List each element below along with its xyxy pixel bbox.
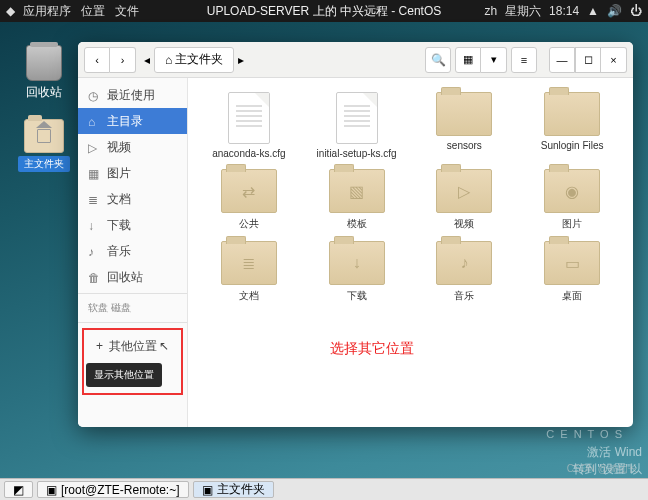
folder-item[interactable]: ▷视频 xyxy=(414,169,516,231)
close-button[interactable]: × xyxy=(601,47,627,73)
day-label: 星期六 xyxy=(505,3,541,20)
doc-icon: ≣ xyxy=(88,193,101,206)
home-icon: ⌂ xyxy=(165,53,172,67)
item-label: 视频 xyxy=(454,217,474,231)
activities-icon[interactable]: ◆ xyxy=(6,4,15,18)
trash-label: 回收站 xyxy=(26,84,62,101)
folder-icon xyxy=(436,92,492,136)
time-label: 18:14 xyxy=(549,4,579,18)
path-sep: ▸ xyxy=(238,53,244,67)
folder-icon: ▣ xyxy=(202,483,213,497)
cursor-icon: ↖ xyxy=(159,339,169,353)
item-label: 音乐 xyxy=(454,289,474,303)
taskbar: ◩ ▣ [root@ZTE-Remote:~] ▣ 主文件夹 xyxy=(0,478,648,500)
folder-item[interactable]: ▭桌面 xyxy=(521,241,623,303)
folder-icon: ≣ xyxy=(221,241,277,285)
volume-icon[interactable]: 🔊 xyxy=(607,4,622,18)
sidebar-item-download[interactable]: ↓下载 xyxy=(78,212,187,238)
folder-item[interactable]: ⇄公共 xyxy=(198,169,300,231)
folder-item[interactable]: ≣文档 xyxy=(198,241,300,303)
power-icon[interactable]: ⏻ xyxy=(630,4,642,18)
item-label: Sunlogin Files xyxy=(541,140,604,151)
folder-icon xyxy=(24,119,64,153)
trash-desktop-icon[interactable]: 回收站 xyxy=(26,45,62,101)
path-sep: ◂ xyxy=(144,53,150,67)
sidebar-disk-header: 软盘 磁盘 xyxy=(78,297,187,319)
folder-item[interactable]: Sunlogin Files xyxy=(521,92,623,159)
sidebar-item-doc[interactable]: ≣文档 xyxy=(78,186,187,212)
back-button[interactable]: ‹ xyxy=(84,47,110,73)
home-icon: ⌂ xyxy=(88,115,101,128)
sidebar: ◷最近使用⌂主目录▷视频▦图片≣文档↓下载♪音乐🗑回收站 软盘 磁盘 + 其他位… xyxy=(78,78,188,427)
menu-places[interactable]: 位置 xyxy=(81,3,105,20)
sidebar-item-home[interactable]: ⌂主目录 xyxy=(78,108,187,134)
menu-button[interactable]: ≡ xyxy=(511,47,537,73)
sidebar-item-image[interactable]: ▦图片 xyxy=(78,160,187,186)
annotation-text: 选择其它位置 xyxy=(330,340,414,358)
file-icon xyxy=(228,92,270,144)
terminal-icon: ▣ xyxy=(46,483,57,497)
minimize-button[interactable]: — xyxy=(549,47,575,73)
file-manager-header: ‹ › ◂ ⌂ 主文件夹 ▸ 🔍 ▦ ▾ ≡ — ◻ × xyxy=(78,42,633,78)
csdn-watermark: CSDN @骑团长 xyxy=(567,462,638,476)
file-icon xyxy=(336,92,378,144)
path-home-button[interactable]: ⌂ 主文件夹 xyxy=(154,47,234,73)
item-label: anaconda-ks.cfg xyxy=(212,148,285,159)
show-desktop-button[interactable]: ◩ xyxy=(4,481,33,498)
folder-icon: ↓ xyxy=(329,241,385,285)
forward-button[interactable]: › xyxy=(110,47,136,73)
file-manager-window: ‹ › ◂ ⌂ 主文件夹 ▸ 🔍 ▦ ▾ ≡ — ◻ × ◷最近使用⌂主目录▷视… xyxy=(78,42,633,427)
home-label: 主文件夹 xyxy=(18,156,70,172)
other-locations-highlight: + 其他位置 ↖ 显示其他位置 xyxy=(82,328,183,395)
folder-icon: ⇄ xyxy=(221,169,277,213)
plus-icon: + xyxy=(96,339,103,353)
sidebar-item-trash[interactable]: 🗑回收站 xyxy=(78,264,187,290)
maximize-button[interactable]: ◻ xyxy=(575,47,601,73)
music-icon: ♪ xyxy=(88,245,101,258)
image-icon: ▦ xyxy=(88,167,101,180)
centos-watermark: 7 CENTOS xyxy=(546,373,628,440)
folder-icon: ◉ xyxy=(544,169,600,213)
icon-view-button[interactable]: ▦ xyxy=(455,47,481,73)
folder-icon: ▷ xyxy=(436,169,492,213)
item-label: 图片 xyxy=(562,217,582,231)
home-desktop-icon[interactable]: 主文件夹 xyxy=(18,119,70,172)
folder-item[interactable]: ↓下载 xyxy=(306,241,408,303)
folder-item[interactable]: ◉图片 xyxy=(521,169,623,231)
item-label: 公共 xyxy=(239,217,259,231)
folder-icon: ▭ xyxy=(544,241,600,285)
top-menu-bar: ◆ 应用程序 位置 文件 UPLOAD-SERVER 上的 中兴远程 - Cen… xyxy=(0,0,648,22)
folder-icon: ♪ xyxy=(436,241,492,285)
menu-files[interactable]: 文件 xyxy=(115,3,139,20)
search-icon: 🔍 xyxy=(431,53,446,67)
download-icon: ↓ xyxy=(88,219,101,232)
clock-icon: ◷ xyxy=(88,89,101,102)
video-icon: ▷ xyxy=(88,141,101,154)
item-label: 桌面 xyxy=(562,289,582,303)
folder-item[interactable]: ▧模板 xyxy=(306,169,408,231)
menu-applications[interactable]: 应用程序 xyxy=(23,3,71,20)
sidebar-other-locations[interactable]: + 其他位置 ↖ xyxy=(86,333,179,359)
item-label: sensors xyxy=(447,140,482,151)
taskbar-terminal[interactable]: ▣ [root@ZTE-Remote:~] xyxy=(37,481,189,498)
sidebar-item-clock[interactable]: ◷最近使用 xyxy=(78,82,187,108)
item-label: 下载 xyxy=(347,289,367,303)
sidebar-item-video[interactable]: ▷视频 xyxy=(78,134,187,160)
folder-item[interactable]: ♪音乐 xyxy=(414,241,516,303)
network-icon[interactable]: ▲ xyxy=(587,4,599,18)
search-button[interactable]: 🔍 xyxy=(425,47,451,73)
window-title: UPLOAD-SERVER 上的 中兴远程 - CentOS xyxy=(207,3,442,20)
taskbar-filemanager[interactable]: ▣ 主文件夹 xyxy=(193,481,274,498)
item-label: 文档 xyxy=(239,289,259,303)
file-item[interactable]: anaconda-ks.cfg xyxy=(198,92,300,159)
item-label: initial-setup-ks.cfg xyxy=(317,148,397,159)
trash-icon xyxy=(26,45,62,81)
tooltip: 显示其他位置 xyxy=(86,363,162,387)
view-options-button[interactable]: ▾ xyxy=(481,47,507,73)
item-label: 模板 xyxy=(347,217,367,231)
sidebar-item-music[interactable]: ♪音乐 xyxy=(78,238,187,264)
file-item[interactable]: initial-setup-ks.cfg xyxy=(306,92,408,159)
lang-indicator[interactable]: zh xyxy=(484,4,497,18)
desktop-icons: 回收站 主文件夹 xyxy=(18,45,70,172)
folder-item[interactable]: sensors xyxy=(414,92,516,159)
